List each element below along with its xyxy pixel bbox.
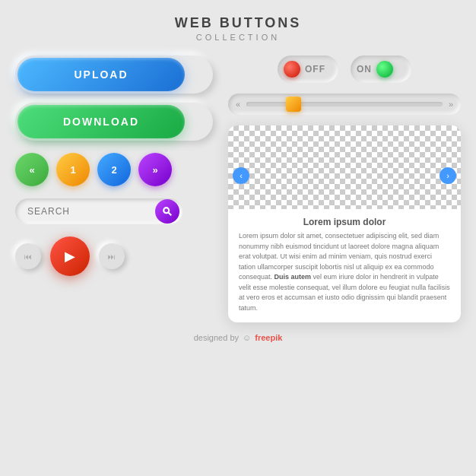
footer: designed by ☺ freepik [15, 333, 461, 342]
toggle-off-label: OFF [305, 64, 325, 75]
svg-point-0 [163, 208, 169, 213]
toggle-on[interactable]: ON [351, 56, 411, 83]
fast-forward-icon: ⏭ [108, 252, 116, 261]
header: WEB BUTTONS COLLECTION [15, 15, 461, 42]
search-container [15, 198, 182, 224]
upload-btn-wrapper: UPLOAD [15, 56, 213, 94]
carousel-image [228, 125, 461, 209]
carousel-prev-button[interactable]: ‹ [233, 167, 249, 184]
prev-page-button[interactable]: « [15, 153, 49, 186]
rewind-icon: ⏮ [24, 252, 32, 261]
carousel-next-button[interactable]: › [440, 167, 456, 184]
footer-brand-icon: ☺ [243, 333, 251, 342]
footer-designed-by: designed by [194, 333, 239, 342]
carousel-title: Lorem ipsum dolor [239, 217, 450, 227]
carousel-bold-text: Duis autem [274, 273, 312, 281]
slider-track [246, 102, 443, 106]
page-subtitle: COLLECTION [15, 33, 461, 42]
fast-forward-button[interactable]: ⏭ [99, 243, 125, 269]
carousel-card: ‹ › Lorem ipsum dolor Lorem ipsum dolor … [228, 125, 461, 322]
play-button[interactable]: ▶ [50, 236, 90, 276]
toggle-on-label: ON [357, 64, 372, 75]
pagination-row: « 1 2 » [15, 153, 213, 186]
upload-button[interactable]: UPLOAD [17, 58, 185, 91]
slider-left-arrow[interactable]: « [236, 100, 240, 109]
search-button[interactable] [155, 199, 179, 224]
play-icon: ▶ [65, 248, 75, 265]
main-content: UPLOAD DOWNLOAD « 1 2 » [15, 56, 461, 322]
toggle-off[interactable]: OFF [278, 56, 338, 83]
slider-right-arrow[interactable]: » [449, 100, 453, 109]
page-2-button[interactable]: 2 [97, 153, 131, 186]
next-page-button[interactable]: » [138, 153, 172, 186]
rewind-button[interactable]: ⏮ [15, 243, 41, 269]
left-column: UPLOAD DOWNLOAD « 1 2 » [15, 56, 213, 322]
carousel-body: Lorem ipsum dolor sit amet, consectetuer… [239, 231, 450, 313]
footer-brand-name: freepik [255, 333, 282, 342]
search-icon [162, 206, 173, 217]
slider-container: « » [228, 94, 461, 115]
page-1-button[interactable]: 1 [56, 153, 90, 186]
media-player: ⏮ ▶ ⏭ [15, 236, 213, 276]
toggle-green-dot [376, 61, 393, 78]
download-btn-wrapper: DOWNLOAD [15, 103, 213, 141]
right-column: OFF ON « » ‹ › [228, 56, 461, 322]
toggle-red-dot [284, 61, 300, 78]
toggle-row: OFF ON [228, 56, 461, 83]
svg-line-1 [169, 213, 172, 216]
slider-thumb[interactable] [286, 97, 301, 112]
download-button[interactable]: DOWNLOAD [17, 105, 185, 138]
page-wrapper: WEB BUTTONS COLLECTION UPLOAD DOWNLOAD «… [0, 0, 476, 476]
carousel-content: Lorem ipsum dolor Lorem ipsum dolor sit … [228, 209, 461, 322]
page-title: WEB BUTTONS [15, 15, 461, 31]
